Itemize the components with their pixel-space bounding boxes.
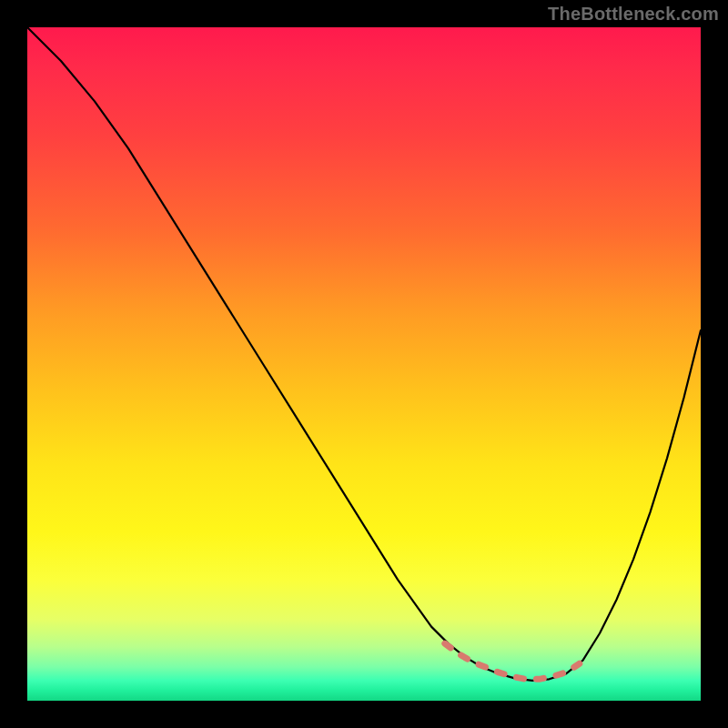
curve-svg [27,27,701,701]
bottleneck-curve [27,27,701,681]
plot-area [27,27,701,701]
highlight-segment [445,643,580,679]
chart-frame: TheBottleneck.com [0,0,728,728]
watermark-text: TheBottleneck.com [548,4,719,25]
